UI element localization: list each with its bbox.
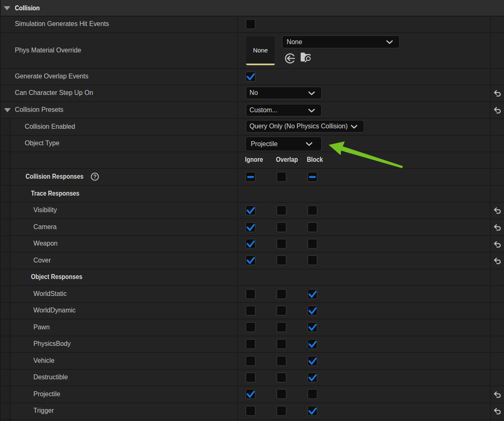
- svg-text:?: ?: [93, 173, 97, 180]
